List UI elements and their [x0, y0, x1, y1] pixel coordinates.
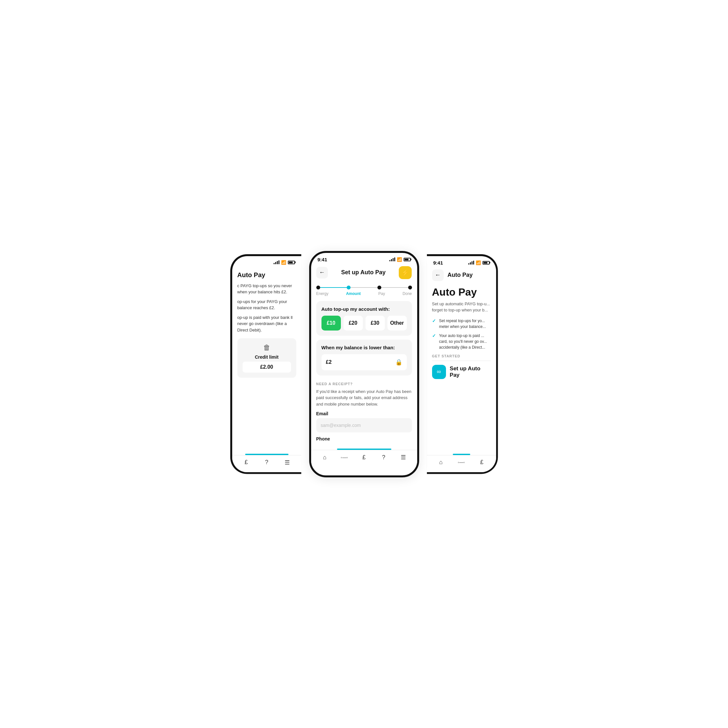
receipt-body: If you'd like a receipt when your Auto P… — [316, 388, 412, 407]
center-nav-usage[interactable]: ◦—◦ — [340, 453, 349, 462]
email-placeholder: sam@example.com — [321, 423, 361, 428]
center-nav-help[interactable]: ? — [379, 453, 388, 462]
phone-center: 9:41 📶 ← Set up Auto Pay ⚡ — [309, 251, 419, 477]
progress-dot-amount — [347, 286, 350, 289]
left-battery-icon — [288, 261, 295, 264]
check-item-2: ✓ Your auto top-up is paid ... card, so … — [432, 333, 491, 350]
left-nav-help[interactable]: ? — [262, 458, 271, 467]
center-back-button[interactable]: ← — [316, 267, 328, 278]
progress-section: Energy Amount Pay Done — [311, 283, 417, 301]
receipt-section: NEED A RECEIPT? If you'd like a receipt … — [311, 379, 417, 448]
left-status-icons: 📶 — [274, 260, 295, 265]
progress-dots — [316, 286, 412, 289]
progress-dot-energy — [316, 286, 320, 289]
label-pay: Pay — [378, 291, 385, 296]
progress-labels: Energy Amount Pay Done — [316, 291, 412, 296]
check-item-1: ✓ Set repeat top-ups for yo... meter whe… — [432, 318, 491, 330]
right-time: 9:41 — [433, 260, 443, 266]
credit-limit-box: 🗑 Credit limit £2.00 — [237, 338, 296, 378]
credit-limit-value: £2.00 — [243, 362, 291, 373]
left-nav-pound[interactable]: £ — [242, 458, 251, 467]
trash-icon: 🗑 — [243, 343, 291, 352]
lightning-icon: ⚡ — [401, 269, 410, 277]
balance-card-title: When my balance is lower than: — [321, 345, 407, 350]
credit-limit-label: Credit limit — [243, 355, 291, 359]
divider — [432, 361, 491, 361]
lock-icon: 🔒 — [395, 359, 402, 366]
amount-btn-10[interactable]: £10 — [321, 316, 341, 330]
get-started-label: GET STARTED — [432, 354, 491, 358]
email-input[interactable]: sam@example.com — [316, 418, 412, 433]
center-header-title: Set up Auto Pay — [341, 269, 385, 276]
progress-dot-pay — [378, 286, 381, 289]
center-battery-icon — [404, 258, 411, 261]
amount-options: £10 £20 £30 Other — [321, 316, 407, 330]
center-wifi-icon: 📶 — [397, 257, 402, 262]
phone-right: 9:41 📶 ← Auto Pay Auto Pay Set up automa — [427, 254, 498, 474]
center-signal-icon — [389, 257, 395, 261]
check-text-1: Set repeat top-ups for yo... meter when … — [439, 318, 491, 330]
setup-auto-pay-button[interactable]: ∞ Set up Auto Pay — [432, 365, 491, 379]
progress-line-1 — [320, 287, 347, 288]
amount-card: Auto top-up my account with: £10 £20 £30… — [316, 301, 412, 336]
left-status-bar: 📶 — [232, 256, 301, 266]
left-wifi-icon: 📶 — [281, 260, 286, 265]
center-status-icons: 📶 — [389, 257, 411, 262]
right-nav-home[interactable]: ⌂ — [436, 458, 445, 467]
progress-dot-done — [408, 286, 412, 289]
lightning-button[interactable]: ⚡ — [399, 266, 412, 279]
right-header-title: Auto Pay — [448, 272, 473, 278]
setup-btn-label: Set up Auto Pay — [450, 366, 491, 378]
center-bottom-nav: ⌂ ◦—◦ £ ? ☰ — [311, 450, 417, 467]
left-signal-icon — [274, 260, 280, 264]
label-done: Done — [403, 291, 412, 296]
right-bottom-nav: ⌂ ◦—◦ £ — [427, 455, 496, 472]
right-header: ← Auto Pay — [427, 267, 496, 285]
amount-btn-30[interactable]: £30 — [366, 316, 385, 330]
checkmark-1: ✓ — [432, 318, 436, 323]
right-status-bar: 9:41 📶 — [427, 256, 496, 267]
left-body-1: c PAYG top-ups so you never when your ba… — [237, 283, 296, 295]
right-description: Set up automatic PAYG top-u... forget to… — [432, 301, 491, 314]
left-bottom-nav: £ ? ☰ — [232, 455, 301, 472]
checkmark-2: ✓ — [432, 333, 436, 338]
left-nav-menu[interactable]: ☰ — [283, 458, 292, 467]
phone-left: 📶 Auto Pay c PAYG top-ups so you never w… — [230, 254, 301, 474]
setup-btn-icon: ∞ — [432, 365, 446, 379]
center-time: 9:41 — [318, 257, 327, 262]
check-text-2: Your auto top-up is paid ... card, so yo… — [439, 333, 491, 350]
center-nav-home[interactable]: ⌂ — [320, 453, 329, 462]
amount-btn-20[interactable]: £20 — [343, 316, 363, 330]
label-amount: Amount — [346, 291, 361, 296]
right-nav-pound[interactable]: £ — [477, 458, 486, 467]
center-nav-pound[interactable]: £ — [359, 453, 369, 462]
phone-label: Phone — [316, 436, 412, 442]
screen-container: 📶 Auto Pay c PAYG top-ups so you never w… — [186, 251, 542, 477]
center-nav-menu[interactable]: ☰ — [399, 453, 408, 462]
balance-value: £2 — [326, 359, 332, 365]
right-battery-icon — [483, 261, 489, 265]
left-content-area: Auto Pay c PAYG top-ups so you never whe… — [232, 266, 301, 454]
right-signal-icon — [468, 261, 474, 265]
balance-card: When my balance is lower than: £2 🔒 — [316, 340, 412, 375]
right-nav-usage[interactable]: ◦—◦ — [457, 458, 466, 467]
center-status-bar: 9:41 📶 — [311, 253, 417, 264]
right-wifi-icon: 📶 — [476, 260, 481, 265]
right-status-icons: 📶 — [468, 260, 489, 265]
right-back-button[interactable]: ← — [432, 269, 444, 281]
label-energy: Energy — [316, 291, 329, 296]
left-body-2: op-ups for your PAYG your balance reache… — [237, 298, 296, 311]
left-title: Auto Pay — [237, 271, 296, 279]
receipt-label: NEED A RECEIPT? — [316, 382, 412, 386]
amount-card-title: Auto top-up my account with: — [321, 306, 407, 312]
email-label: Email — [316, 411, 412, 416]
progress-line-3 — [381, 287, 408, 288]
amount-btn-other[interactable]: Other — [387, 316, 407, 330]
right-content-area: Auto Pay Set up automatic PAYG top-u... … — [427, 285, 496, 453]
progress-line-2 — [350, 287, 378, 288]
center-header: ← Set up Auto Pay ⚡ — [311, 264, 417, 283]
balance-input-row: £2 🔒 — [321, 354, 407, 370]
right-big-title: Auto Pay — [432, 286, 491, 298]
left-body-3: op-up is paid with your bank ll never go… — [237, 314, 296, 333]
